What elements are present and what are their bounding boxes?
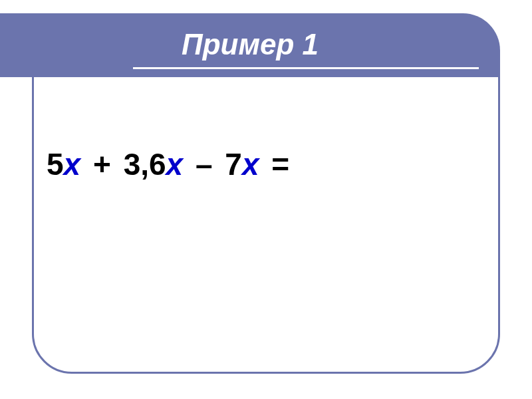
term2-coef: 3,6 bbox=[124, 147, 166, 182]
header-bar: Пример 1 bbox=[0, 13, 500, 77]
equals-sign: = bbox=[267, 147, 289, 182]
operator-minus: – bbox=[192, 147, 217, 182]
term3-coef: 7 bbox=[225, 147, 242, 182]
term1-coef: 5 bbox=[47, 147, 64, 182]
equation: 5x + 3,6x – 7x = bbox=[47, 146, 289, 182]
term3-var: x bbox=[242, 147, 259, 182]
header-underline bbox=[133, 67, 479, 69]
term2-var: x bbox=[166, 147, 184, 182]
slide: Пример 1 5x + 3,6x – 7x = bbox=[0, 0, 532, 399]
content-frame bbox=[32, 37, 500, 374]
operator-plus: + bbox=[89, 147, 115, 182]
term1-var: x bbox=[64, 147, 81, 182]
slide-title: Пример 1 bbox=[0, 28, 500, 61]
